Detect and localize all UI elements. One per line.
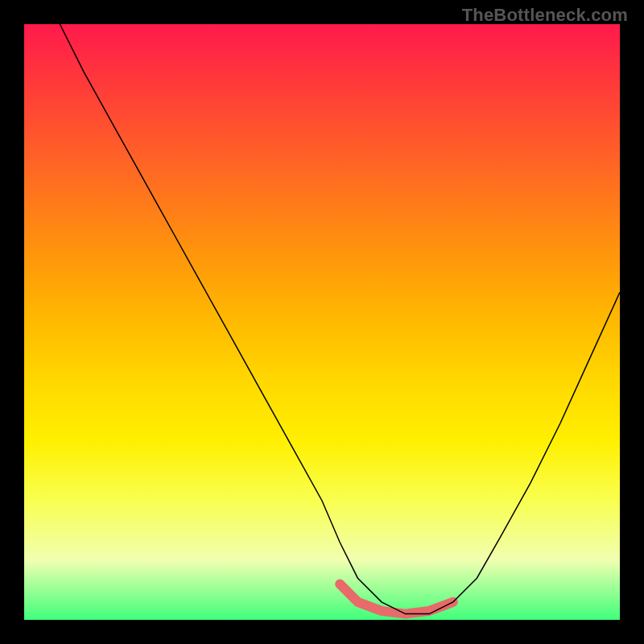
chart-svg <box>24 24 620 620</box>
watermark-text: TheBottleneck.com <box>462 5 628 26</box>
plot-area <box>24 24 620 620</box>
bottleneck-curve-line <box>60 24 620 614</box>
chart-frame: TheBottleneck.com <box>0 0 644 644</box>
